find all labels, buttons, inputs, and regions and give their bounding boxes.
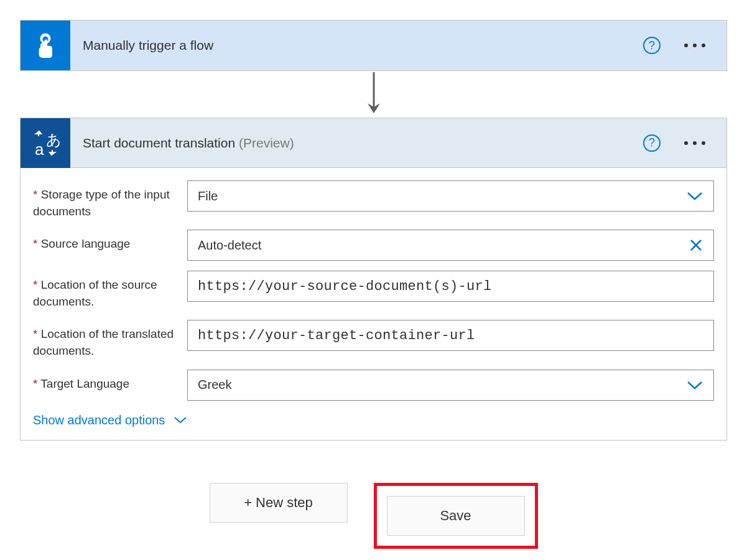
chevron-down-icon — [174, 416, 187, 424]
more-menu-button[interactable] — [680, 138, 709, 149]
svg-text:a: a — [35, 140, 44, 159]
field-target-location: * Location of the translated documents. … — [33, 320, 714, 359]
field-source-language: * Source language Auto-detect — [33, 230, 714, 261]
more-menu-button[interactable] — [680, 40, 709, 51]
label-target-language: * Target Language — [33, 370, 187, 393]
field-target-language: * Target Language Greek — [33, 370, 714, 401]
field-source-location: * Location of the source documents. http… — [33, 271, 714, 310]
manual-trigger-icon — [21, 21, 70, 70]
action-body: * Storage type of the input documents Fi… — [21, 168, 726, 440]
svg-text:あ: あ — [46, 131, 61, 148]
translation-icon: a あ — [21, 118, 70, 168]
label-source-language: * Source language — [33, 230, 187, 253]
trigger-title: Manually trigger a flow — [70, 38, 643, 53]
target-language-select[interactable]: Greek — [187, 370, 714, 401]
source-location-input[interactable]: https://your-source-document(s)-url — [187, 271, 714, 302]
show-advanced-options-link[interactable]: Show advanced options — [33, 413, 187, 427]
flow-arrow-connector — [20, 71, 727, 118]
action-title: Start document translation (Preview) — [70, 136, 643, 151]
clear-icon[interactable] — [689, 238, 703, 252]
storage-type-select[interactable]: File — [187, 180, 714, 212]
help-icon[interactable]: ? — [643, 134, 661, 152]
label-source-location: * Location of the source documents. — [33, 271, 187, 310]
action-header[interactable]: a あ Start document translation (Preview)… — [21, 118, 726, 168]
target-location-input[interactable]: https://your-target-container-url — [187, 320, 714, 351]
action-card: a あ Start document translation (Preview)… — [20, 118, 727, 441]
label-storage-type: * Storage type of the input documents — [33, 180, 187, 220]
field-storage-type: * Storage type of the input documents Fi… — [33, 180, 714, 220]
action-header-actions: ? — [643, 134, 726, 152]
save-button-highlight: Save — [374, 483, 538, 549]
preview-badge: (Preview) — [239, 136, 294, 150]
new-step-button[interactable]: + New step — [210, 483, 348, 523]
trigger-card: Manually trigger a flow ? — [20, 20, 727, 71]
trigger-header-actions: ? — [643, 37, 726, 54]
label-target-location: * Location of the translated documents. — [33, 320, 187, 359]
action-title-text: Start document translation — [83, 136, 235, 150]
bottom-action-bar: + New step Save — [20, 483, 727, 549]
trigger-header[interactable]: Manually trigger a flow ? — [21, 21, 726, 70]
source-language-select[interactable]: Auto-detect — [187, 230, 714, 261]
help-icon[interactable]: ? — [643, 37, 661, 54]
save-button[interactable]: Save — [387, 496, 525, 536]
